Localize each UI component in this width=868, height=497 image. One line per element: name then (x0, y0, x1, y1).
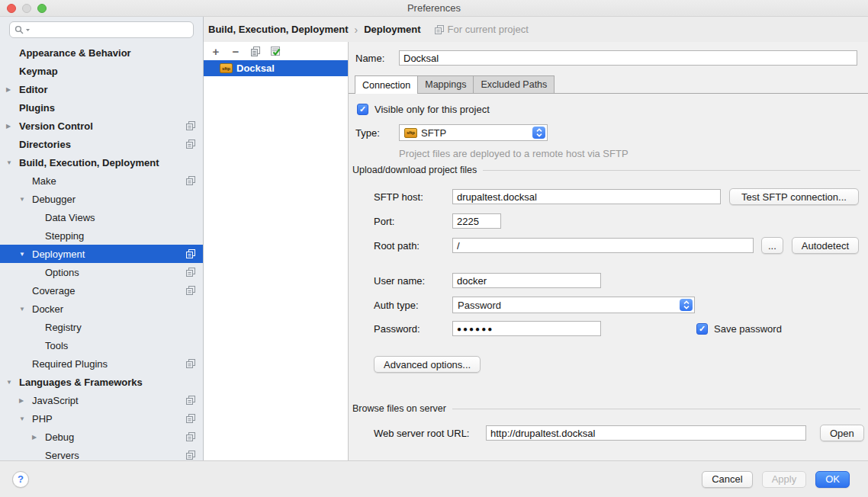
sidebar-item-label: Deployment (32, 248, 85, 260)
sidebar-item-label: Registry (45, 322, 82, 333)
settings-tabs: Connection Mappings Excluded Paths (349, 76, 868, 94)
sidebar-item-tools[interactable]: Tools (0, 336, 203, 354)
sidebar-item-debugger[interactable]: ▼Debugger (0, 190, 203, 208)
project-level-badge-icon (186, 121, 195, 130)
sidebar-item-docker[interactable]: ▼Docker (0, 300, 203, 318)
sidebar-item-debug[interactable]: ▶Debug (0, 428, 203, 446)
sidebar-item-label: PHP (32, 413, 53, 425)
chevron-right-icon[interactable]: ▶ (6, 86, 19, 93)
port-label: Port: (374, 216, 452, 227)
tab-excluded-paths[interactable]: Excluded Paths (473, 75, 555, 93)
sidebar-item-label: Coverage (32, 285, 75, 297)
tab-mappings[interactable]: Mappings (417, 75, 474, 93)
sidebar-item-options[interactable]: Options (0, 263, 203, 281)
search-input[interactable] (9, 21, 194, 38)
current-project-badge-icon (435, 25, 444, 34)
remove-server-button[interactable]: − (230, 45, 242, 57)
sidebar-item-editor[interactable]: ▶Editor (0, 80, 203, 98)
name-field[interactable] (399, 50, 857, 66)
sidebar-item-keymap[interactable]: Keymap (0, 62, 203, 80)
sidebar-item-javascript[interactable]: ▶JavaScript (0, 391, 203, 409)
sidebar-item-required-plugins[interactable]: Required Plugins (0, 354, 203, 373)
root-path-field[interactable] (452, 238, 754, 253)
password-label: Password: (374, 323, 452, 335)
type-value: SFTP (421, 127, 446, 139)
sidebar-item-deployment[interactable]: ▼Deployment (0, 245, 203, 263)
duplicate-icon (250, 46, 261, 57)
autodetect-button[interactable]: Autodetect (792, 237, 859, 254)
auth-type-dropdown[interactable]: Password (452, 297, 695, 313)
breadcrumb-parent[interactable]: Build, Execution, Deployment (208, 24, 348, 35)
cancel-button[interactable]: Cancel (702, 471, 752, 488)
project-level-badge-icon (186, 414, 195, 423)
project-level-badge-icon (186, 176, 195, 185)
chevron-down-icon[interactable]: ▼ (19, 415, 32, 422)
advanced-options-button[interactable]: Advanced options... (374, 356, 481, 373)
password-field[interactable] (452, 321, 601, 336)
server-list-panel: + − sftp Docksal (204, 42, 349, 460)
sidebar-item-php[interactable]: ▼PHP (0, 409, 203, 428)
visible-only-checkbox[interactable] (357, 104, 368, 115)
sidebar-item-label: Debugger (32, 194, 76, 205)
sidebar-item-label: JavaScript (32, 395, 79, 406)
apply-button: Apply (762, 471, 807, 488)
sidebar-item-directories[interactable]: Directories (0, 135, 203, 153)
sidebar-item-build-execution-deployment[interactable]: ▼Build, Execution, Deployment (0, 153, 203, 172)
chevron-down-icon[interactable]: ▼ (19, 196, 32, 203)
user-name-label: User name: (374, 275, 452, 287)
sidebar-item-label: Editor (19, 84, 48, 95)
sidebar-item-data-views[interactable]: Data Views (0, 208, 203, 226)
deployment-settings-panel: Name: Connection Mappings Excluded Paths… (349, 42, 868, 460)
sidebar-item-servers[interactable]: Servers (0, 446, 203, 460)
scope-label: For current project (448, 24, 529, 35)
sidebar-item-plugins[interactable]: Plugins (0, 98, 203, 117)
type-dropdown[interactable]: sftp SFTP (399, 124, 548, 141)
tab-connection[interactable]: Connection (355, 75, 418, 94)
sidebar-item-registry[interactable]: Registry (0, 318, 203, 336)
add-server-button[interactable]: + (210, 45, 222, 57)
user-name-field[interactable] (452, 273, 601, 288)
sidebar-item-make[interactable]: Make (0, 172, 203, 190)
save-password-checkbox[interactable] (696, 323, 708, 335)
sftp-host-label: SFTP host: (374, 191, 452, 203)
sidebar-item-label: Appearance & Behavior (19, 47, 131, 59)
chevron-down-icon[interactable]: ▼ (19, 306, 32, 313)
chevron-right-icon[interactable]: ▶ (32, 434, 45, 441)
chevron-down-icon[interactable]: ▼ (6, 379, 19, 386)
ok-button[interactable]: OK (815, 471, 850, 488)
browse-root-path-button[interactable]: ... (761, 237, 783, 254)
chevron-right-icon[interactable]: ▶ (19, 397, 32, 404)
upload-section-title: Upload/download project files (352, 165, 477, 175)
sftp-type-icon: sftp (404, 128, 417, 138)
sidebar-item-coverage[interactable]: Coverage (0, 281, 203, 300)
sidebar-item-stepping[interactable]: Stepping (0, 226, 203, 245)
test-sftp-connection-button[interactable]: Test SFTP connection... (729, 188, 859, 205)
root-path-label: Root path: (374, 240, 452, 252)
use-as-default-button[interactable] (269, 45, 281, 57)
sidebar-item-label: Debug (45, 431, 74, 443)
sidebar-tree: Appearance & BehaviorKeymap▶EditorPlugin… (0, 41, 203, 460)
web-root-field[interactable] (486, 425, 806, 441)
sidebar-item-languages-frameworks[interactable]: ▼Languages & Frameworks (0, 373, 203, 391)
chevron-down-icon[interactable]: ▼ (6, 159, 19, 166)
sidebar-item-label: Servers (45, 450, 79, 461)
chevron-right-icon[interactable]: ▶ (6, 123, 19, 130)
preferences-window: Preferences Appearance & BehaviorKeymap▶… (0, 0, 868, 497)
title-bar: Preferences (0, 0, 868, 17)
sidebar-item-label: Options (45, 267, 79, 278)
open-url-button[interactable]: Open (820, 425, 864, 441)
dropdown-stepper-icon (680, 299, 693, 311)
type-help-text: Project files are deployed to a remote h… (399, 148, 628, 159)
chevron-down-icon[interactable]: ▼ (19, 251, 32, 258)
sftp-host-field[interactable] (452, 189, 721, 204)
sidebar-item-label: Build, Execution, Deployment (19, 157, 159, 168)
section-divider (452, 409, 860, 409)
window-title: Preferences (0, 2, 868, 14)
port-field[interactable] (452, 213, 501, 229)
project-level-badge-icon (186, 432, 195, 441)
sidebar-item-appearance-behavior[interactable]: Appearance & Behavior (0, 43, 203, 62)
sidebar-item-version-control[interactable]: ▶Version Control (0, 117, 203, 135)
duplicate-server-button[interactable] (249, 45, 262, 57)
help-button[interactable]: ? (12, 471, 29, 488)
server-list-item-docksal[interactable]: sftp Docksal (204, 60, 348, 76)
